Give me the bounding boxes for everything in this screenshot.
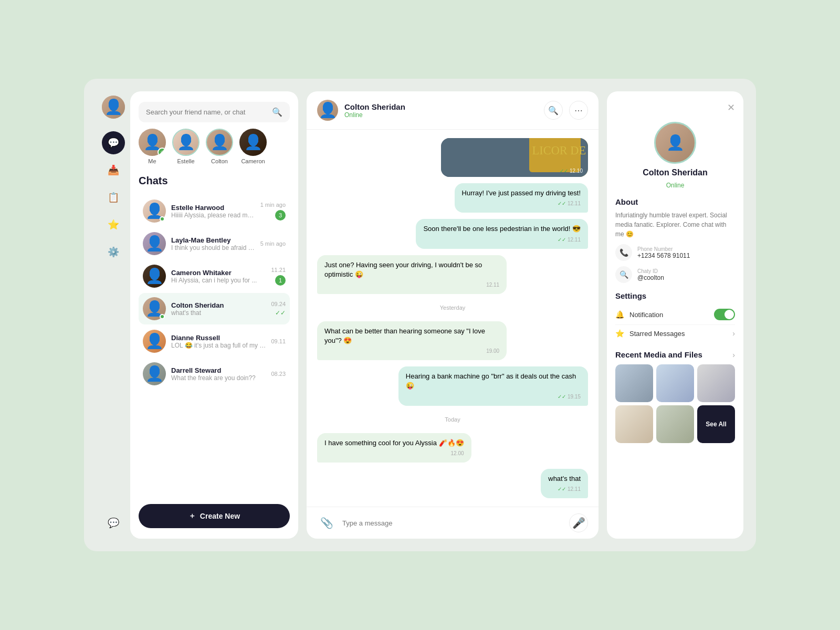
chat-item-colton[interactable]: Colton Sheridan what's that 09.24 ✓✓	[139, 293, 290, 324]
about-text: Infuriatingly humble travel expert. Soci…	[615, 211, 735, 239]
msg-content: Just one? Having seen your driving, I wo…	[324, 261, 482, 278]
chat-time-estelle: 1 min ago	[260, 202, 286, 208]
media-thumb-5[interactable]	[656, 405, 694, 443]
nav-icon-bottom[interactable]: 💬	[102, 511, 125, 534]
chat-meta-estelle: 1 min ago 3	[260, 202, 286, 220]
chat-header-status: Online	[344, 111, 538, 119]
story-name-estelle: Estelle	[177, 158, 194, 164]
story-name-colton: Colton	[211, 158, 228, 164]
chat-item-layla[interactable]: Layla-Mae Bentley I think you should be …	[139, 228, 290, 259]
chat-avatar-cameron	[143, 265, 166, 288]
more-options-button[interactable]: ⋯	[569, 101, 588, 120]
chat-meta-colton: 09.24 ✓✓	[271, 301, 286, 317]
chat-item-estelle[interactable]: Estelle Harwood Hiiiii Alyssia, please r…	[139, 195, 290, 227]
message-bank: Hearing a bank machine go "brr" as it de…	[398, 366, 588, 405]
nav-icon-settings[interactable]: ⚙️	[102, 240, 125, 264]
starred-label: Starred Messages	[629, 330, 727, 338]
message-image-bubble: ✓✓ 12.10	[441, 138, 588, 177]
voice-button[interactable]: 🎤	[569, 513, 588, 532]
chat-header-info: Colton Sheridan Online	[344, 102, 538, 119]
nav-icon-chat[interactable]: 💬	[102, 131, 125, 154]
left-nav: 💬 📥 📋 ⭐ ⚙️ 💬	[97, 91, 130, 539]
chat-info-dianne: Dianne Russell LOL 😂 it's just a bag ful…	[171, 334, 266, 349]
story-item-me[interactable]: + Me	[139, 129, 166, 164]
media-header: Recent Media and Files ›	[615, 350, 735, 359]
chat-header: Colton Sheridan Online 🔍 ⋯	[307, 91, 598, 130]
create-new-button[interactable]: ＋ Create New	[139, 504, 290, 528]
notification-item: 🔔 Notification	[615, 304, 735, 325]
msg-content: I have something cool for you Alyssia 🧨🔥…	[324, 439, 464, 447]
phone-detail: Phone Number +1234 5678 91011	[637, 246, 690, 259]
profile-status: Online	[666, 182, 685, 189]
story-avatar-cameron	[239, 129, 267, 156]
create-new-plus-icon: ＋	[188, 511, 196, 521]
chaty-detail: Chaty ID @coolton	[637, 268, 664, 281]
settings-title: Settings	[615, 291, 735, 300]
chat-badge-estelle: 3	[275, 210, 286, 220]
profile-name: Colton Sheridan	[643, 168, 708, 177]
chat-meta-darrell: 08.23	[271, 371, 286, 377]
msg-time-whats-that: ✓✓ 12.11	[548, 486, 581, 493]
profile-section: Colton Sheridan Online	[615, 122, 735, 189]
msg-time: ✓✓ 12.11	[462, 200, 581, 207]
search-chat-button[interactable]: 🔍	[544, 101, 563, 120]
right-panel: ✕ Colton Sheridan Online About Infuriati…	[607, 91, 743, 539]
msg-content: Hearing a bank machine go "brr" as it de…	[406, 372, 576, 390]
media-thumb-4[interactable]	[615, 405, 653, 443]
notification-label: Notification	[629, 311, 709, 319]
chat-item-darrell[interactable]: Darrell Steward What the freak are you d…	[139, 358, 290, 390]
chat-avatar-darrell	[143, 362, 166, 385]
search-icon[interactable]: 🔍	[272, 107, 282, 117]
message-input[interactable]	[342, 519, 563, 527]
message-whats-that: what's that ✓✓ 12.11	[541, 469, 588, 498]
notification-icon: 🔔	[615, 310, 624, 319]
online-dot-estelle	[160, 216, 165, 222]
chaty-icon: 🔍	[615, 266, 632, 283]
phone-value: +1234 5678 91011	[637, 252, 690, 259]
read-check-icon: ✓✓	[560, 168, 568, 174]
close-panel-button[interactable]: ✕	[727, 102, 735, 113]
msg-content: Soon there'll be one less pedestrian in …	[423, 225, 581, 233]
story-add-btn[interactable]: +	[158, 148, 166, 156]
nav-icon-starred[interactable]: ⭐	[102, 213, 125, 236]
story-item-cameron[interactable]: Cameron	[239, 129, 267, 164]
media-thumb-1[interactable]	[615, 364, 653, 402]
msg-content: What can be better than hearing someone …	[324, 327, 485, 344]
msg-time-optimistic: 12.11	[324, 281, 499, 289]
read-check: ✓✓	[558, 200, 566, 207]
nav-icon-contacts[interactable]: 📋	[102, 186, 125, 209]
see-all-button[interactable]: See All	[697, 405, 735, 443]
msg-time-love: 19.00	[324, 348, 499, 355]
story-item-estelle[interactable]: Estelle	[172, 129, 200, 164]
starred-item[interactable]: ⭐ Starred Messages ›	[615, 325, 735, 342]
notification-toggle[interactable]	[714, 309, 735, 320]
media-chevron-icon[interactable]: ›	[732, 351, 735, 359]
attach-button[interactable]: 📎	[317, 513, 336, 532]
story-item-colton[interactable]: Colton	[206, 129, 233, 164]
media-title: Recent Media and Files	[615, 350, 702, 359]
story-avatar-colton	[206, 129, 233, 156]
chat-avatar-wrap-estelle	[143, 200, 166, 223]
nav-icon-inbox[interactable]: 📥	[102, 159, 125, 182]
chat-meta-dianne: 09.11	[271, 338, 286, 344]
chat-info-colton: Colton Sheridan what's that	[171, 301, 266, 317]
media-thumb-2[interactable]	[656, 364, 694, 402]
chat-list: Estelle Harwood Hiiiii Alyssia, please r…	[139, 195, 290, 494]
chat-avatar-wrap-colton	[143, 297, 166, 320]
chat-info-darrell: Darrell Steward What the freak are you d…	[171, 366, 266, 382]
media-thumb-3[interactable]	[697, 364, 735, 402]
msg-time-bank: ✓✓ 19.15	[406, 393, 581, 401]
nav-user-avatar[interactable]	[102, 96, 125, 119]
phone-icon: 📞	[615, 244, 632, 261]
search-input[interactable]	[146, 108, 268, 116]
chat-header-avatar	[317, 100, 338, 121]
chat-info-layla: Layla-Mae Bentley I think you should be …	[171, 236, 255, 251]
chat-item-cameron[interactable]: Cameron Whitaker Hi Alyssia, can i help …	[139, 260, 290, 292]
chat-avatar-wrap-layla	[143, 232, 166, 255]
message-optimistic: Just one? Having seen your driving, I wo…	[317, 255, 507, 294]
story-avatar-me: +	[139, 129, 166, 156]
chat-header-actions: 🔍 ⋯	[544, 101, 588, 120]
chat-avatar-wrap-dianne	[143, 330, 166, 353]
phone-item: 📞 Phone Number +1234 5678 91011	[615, 244, 735, 261]
chat-item-dianne[interactable]: Dianne Russell LOL 😂 it's just a bag ful…	[139, 326, 290, 357]
